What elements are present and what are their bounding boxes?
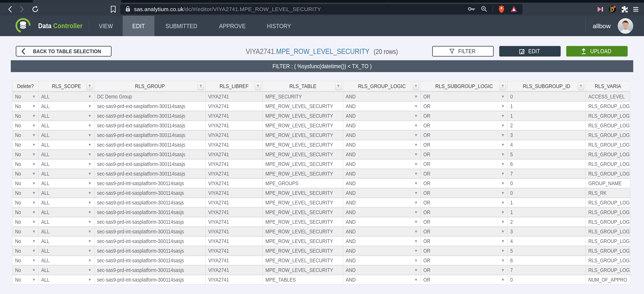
cell-rls-subgroup-logic[interactable]: OR▼ — [421, 150, 508, 159]
cell-rls-group[interactable]: sec-sas9-prd-ext-sasplatform-300114sasjs — [94, 150, 206, 159]
extension-badge-icon[interactable] — [608, 5, 616, 13]
cell-rls-group[interactable]: sec-sas9-prd-int-sasplatform-300114sasjs — [94, 237, 206, 246]
cell-rls-subgroup-id[interactable]: 1 — [508, 208, 586, 217]
cell-delete[interactable]: No▼ — [12, 237, 38, 246]
cell-delete[interactable]: No▼ — [12, 131, 38, 140]
cell-rls-libref[interactable]: VIYA2741 — [206, 256, 263, 265]
cell-delete[interactable]: No▼ — [12, 266, 38, 275]
cell-rls-varia[interactable]: NUM_OF_APPRO — [586, 275, 630, 284]
cell-rls-subgroup-id[interactable]: 4 — [508, 140, 586, 149]
cell-rls-group[interactable]: sec-sas9-prd-int-sasplatform-300114sasjs — [94, 189, 206, 197]
cell-rls-libref[interactable]: VIYA2741 — [206, 140, 263, 149]
cell-rls-group-logic[interactable]: AND▼ — [343, 131, 421, 140]
cell-rls-scope[interactable]: ALL▼ — [38, 208, 94, 217]
cell-rls-libref[interactable]: VIYA2741 — [206, 121, 263, 130]
cell-rls-libref[interactable]: VIYA2741 — [206, 102, 263, 111]
cell-rls-subgroup-logic[interactable]: OR▼ — [421, 111, 508, 120]
cell-rls-subgroup-id[interactable]: 6 — [508, 160, 586, 169]
cell-delete[interactable]: No▼ — [12, 189, 38, 197]
cell-rls-group[interactable]: DC Demo Group — [94, 92, 206, 101]
cell-rls-subgroup-logic[interactable]: OR▼ — [421, 218, 508, 226]
cell-rls-group-logic[interactable]: AND▼ — [343, 140, 421, 149]
cell-rls-varia[interactable]: RLS_GROUP_LOG — [586, 198, 630, 207]
cell-rls-libref[interactable]: VIYA2741 — [206, 189, 263, 197]
cell-rls-varia[interactable]: RLS_GROUP_LOG — [586, 246, 630, 255]
cell-rls-libref[interactable]: VIYA2741 — [206, 179, 263, 188]
url-bar[interactable]: sas.analytium.co.uk/dc/#/editor/VIYA2741… — [120, 4, 522, 14]
cell-rls-group-logic[interactable]: AND▼ — [343, 208, 421, 217]
cell-rls-scope[interactable]: ALL▼ — [38, 198, 94, 207]
cell-rls-subgroup-id[interactable]: 0 — [508, 189, 586, 197]
cell-rls-subgroup-logic[interactable]: OR▼ — [421, 237, 508, 246]
cell-rls-table[interactable]: MPE_ROW_LEVEL_SECURITY — [263, 131, 343, 140]
cell-rls-group[interactable]: sec-sas9-prd-int-sasplatform-300114sasjs — [94, 198, 206, 207]
nav-item-history[interactable]: HISTORY — [256, 16, 302, 36]
back-to-table-selection-button[interactable]: BACK TO TABLE SELECTION — [16, 46, 112, 56]
cell-rls-group-logic[interactable]: AND▼ — [343, 179, 421, 188]
cell-rls-table[interactable]: MPE_ROW_LEVEL_SECURITY — [263, 237, 343, 246]
cell-delete[interactable]: No▼ — [12, 140, 38, 149]
cell-rls-group-logic[interactable]: AND▼ — [343, 121, 421, 130]
bookmark-icon[interactable] — [110, 5, 116, 13]
cell-rls-table[interactable]: MPE_ROW_LEVEL_SECURITY — [263, 198, 343, 207]
cell-rls-scope[interactable]: ALL▼ — [38, 275, 94, 284]
cell-rls-libref[interactable]: VIYA2741 — [206, 237, 263, 246]
nav-item-submitted[interactable]: SUBMITTED — [154, 16, 208, 36]
cell-rls-group-logic[interactable]: AND▼ — [343, 102, 421, 111]
cell-rls-subgroup-logic[interactable]: OR▼ — [421, 227, 508, 236]
cell-rls-scope[interactable]: ALL▼ — [38, 160, 94, 169]
column-filter-button[interactable] — [255, 82, 261, 90]
cell-rls-subgroup-id[interactable]: 1 — [508, 198, 586, 207]
cell-rls-subgroup-id[interactable]: 5 — [508, 150, 586, 159]
cell-rls-scope[interactable]: ALL▼ — [38, 237, 94, 246]
cell-rls-scope[interactable]: ALL▼ — [38, 140, 94, 149]
cell-rls-varia[interactable]: RLS_GROUP_LOG — [586, 256, 630, 265]
cell-rls-libref[interactable]: VIYA2741 — [206, 246, 263, 255]
cell-rls-group[interactable]: sec-sas9-prd-ext-sasplatform-300114sasjs — [94, 140, 206, 149]
cell-delete[interactable]: No▼ — [12, 256, 38, 265]
cell-rls-group[interactable]: sec-sas9-prd-ext-sasplatform-300114sasjs — [94, 169, 206, 178]
cell-rls-group-logic[interactable]: AND▼ — [343, 256, 421, 265]
avatar[interactable] — [618, 18, 633, 34]
cell-delete[interactable]: No▼ — [12, 218, 38, 226]
cell-rls-subgroup-id[interactable]: 3 — [508, 131, 586, 140]
cell-rls-table[interactable]: MPE_ROW_LEVEL_SECURITY — [263, 208, 343, 217]
cell-rls-group[interactable]: sec-sas9-prd-ext-sasplatform-300114sasjs — [94, 131, 206, 140]
cell-rls-varia[interactable]: RLS_GROUP_LOG — [586, 131, 630, 140]
cell-rls-group[interactable]: sec-sas9-prd-int-sasplatform-300114sasjs — [94, 246, 206, 255]
cell-rls-subgroup-logic[interactable]: OR▼ — [421, 160, 508, 169]
cell-rls-subgroup-logic[interactable]: OR▼ — [421, 102, 508, 111]
cell-rls-subgroup-logic[interactable]: OR▼ — [421, 140, 508, 149]
cell-rls-subgroup-logic[interactable]: OR▼ — [421, 246, 508, 255]
cell-rls-varia[interactable]: RLS_GROUP_LOG — [586, 227, 630, 236]
cell-rls-group-logic[interactable]: AND▼ — [343, 266, 421, 275]
cell-rls-scope[interactable]: ALL▼ — [38, 218, 94, 226]
cell-rls-group[interactable]: sec-sas9-prd-ext-sasplatform-300114sasjs — [94, 121, 206, 130]
cell-rls-subgroup-id[interactable]: 5 — [508, 246, 586, 255]
cell-rls-libref[interactable]: VIYA2741 — [206, 92, 263, 101]
cell-rls-table[interactable]: MPE_ROW_LEVEL_SECURITY — [263, 218, 343, 226]
cell-rls-subgroup-logic[interactable]: OR▼ — [421, 131, 508, 140]
cell-rls-table[interactable]: MPE_ROW_LEVEL_SECURITY — [263, 256, 343, 265]
cell-rls-group-logic[interactable]: AND▼ — [343, 246, 421, 255]
cell-rls-scope[interactable]: ALL▼ — [38, 256, 94, 265]
cell-delete[interactable]: No▼ — [12, 150, 38, 159]
cell-delete[interactable]: No▼ — [12, 198, 38, 207]
cell-delete[interactable]: No▼ — [12, 160, 38, 169]
cell-rls-subgroup-id[interactable]: 0 — [508, 179, 586, 188]
cell-rls-libref[interactable]: VIYA2741 — [206, 227, 263, 236]
cell-rls-table[interactable]: MPE_TABLES — [263, 275, 343, 284]
column-filter-button[interactable] — [86, 82, 93, 90]
cell-rls-subgroup-id[interactable]: 0 — [508, 275, 586, 284]
filter-button[interactable]: FILTER — [432, 46, 494, 56]
cell-rls-group-logic[interactable]: AND▼ — [343, 150, 421, 159]
cell-rls-libref[interactable]: VIYA2741 — [206, 131, 263, 140]
bat-icon[interactable] — [510, 5, 518, 13]
cell-rls-subgroup-id[interactable]: 7 — [508, 169, 586, 178]
extensions-puzzle-icon[interactable] — [620, 5, 628, 13]
cell-rls-subgroup-id[interactable]: 2 — [508, 218, 586, 226]
cell-rls-scope[interactable]: ALL▼ — [38, 150, 94, 159]
cell-rls-varia[interactable]: RLS_GROUP_LOG — [586, 169, 630, 178]
key-icon[interactable] — [467, 5, 476, 13]
cell-rls-varia[interactable]: RLS_GROUP_LOG — [586, 237, 630, 246]
